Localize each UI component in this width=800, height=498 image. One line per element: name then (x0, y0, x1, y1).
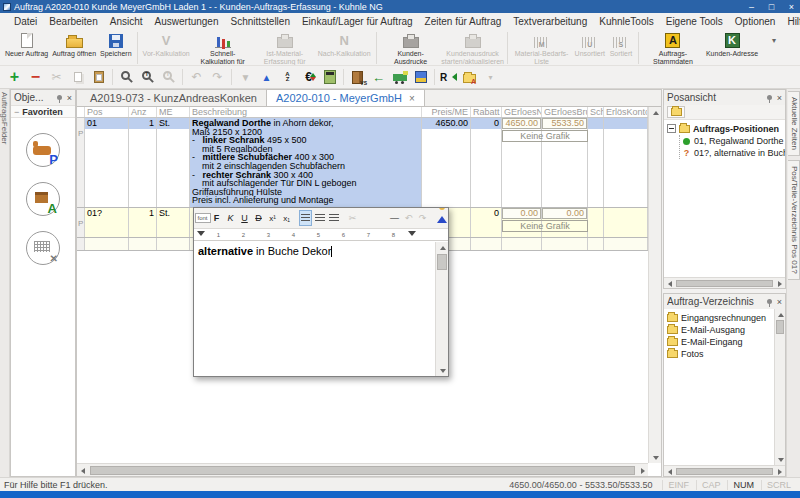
column-header[interactable]: Beschreibung (190, 107, 422, 117)
cell-schl[interactable] (588, 118, 603, 129)
scroll-down-icon[interactable] (650, 452, 661, 463)
kalkulator-button[interactable] (319, 67, 340, 87)
cell-pos[interactable]: 01? (85, 208, 128, 219)
save-button[interactable]: Speichern (98, 31, 134, 59)
verzeichnis-vertical-scrollbar[interactable] (774, 309, 785, 465)
scroll-up-icon[interactable] (437, 242, 448, 253)
folder-item[interactable]: E-Mail-Ausgang (667, 324, 774, 336)
strikethrough-button[interactable]: D (252, 210, 265, 226)
zoom-text-disabled-button[interactable]: T (158, 67, 179, 87)
tab-a2020-010[interactable]: A2020-010 - MeyerGmbH × (266, 89, 425, 106)
menu-item[interactable]: Hilfe (781, 15, 800, 28)
editor-text-area[interactable]: alternative in Buche Dekor (194, 242, 435, 376)
horizontal-line-button[interactable]: — (388, 210, 401, 226)
editor-ruler[interactable]: 12345678 (194, 229, 448, 241)
separator[interactable] (341, 210, 345, 226)
scrollbar-thumb[interactable] (676, 280, 773, 287)
vor-kalkulation-button[interactable]: V Vor-Kalkulation (141, 31, 192, 59)
scrollbar-thumb[interactable] (437, 254, 447, 270)
zoom-button[interactable] (116, 67, 137, 87)
scrollbar-thumb[interactable] (676, 468, 773, 475)
menu-item[interactable]: Optionen (729, 15, 782, 28)
separator[interactable] (376, 32, 377, 64)
scrollbar-thumb[interactable] (90, 466, 635, 475)
align-left-button[interactable] (299, 210, 312, 226)
table-horizontal-scrollbar[interactable] (77, 463, 648, 476)
collapse-icon[interactable]: − (14, 107, 19, 117)
undo-button[interactable]: ↶ (186, 67, 207, 87)
column-header[interactable]: GErloesBrutto (542, 107, 588, 117)
sortiert-button[interactable]: S Sortiert (607, 31, 635, 59)
folder-item[interactable]: Fotos (667, 348, 774, 360)
separator[interactable] (434, 69, 435, 85)
superscript-button[interactable]: x¹ (266, 210, 279, 226)
menu-item[interactable]: Einkauf/Lager für Auftrag (296, 15, 419, 28)
editor-vertical-scrollbar[interactable] (435, 242, 448, 376)
paste-button[interactable] (88, 67, 109, 87)
scroll-right-icon[interactable] (774, 466, 785, 477)
collapse-icon[interactable] (667, 124, 676, 133)
separator[interactable] (112, 69, 113, 85)
cell-rabatt[interactable]: 0 (471, 118, 501, 129)
paste-button[interactable] (374, 210, 387, 226)
favorite-produkt-button[interactable]: P (26, 133, 60, 167)
column-header[interactable]: Pos (85, 107, 129, 117)
scroll-down-icon[interactable] (437, 365, 448, 376)
auftrag-ordner-button[interactable]: A (459, 67, 480, 87)
close-tab-icon[interactable]: × (409, 93, 415, 104)
scroll-down-icon[interactable] (775, 454, 785, 465)
delete-position-button[interactable]: − (25, 67, 46, 87)
menu-item[interactable]: Auswertungen (149, 15, 225, 28)
euro-kalkulation-button[interactable]: € (298, 67, 319, 87)
cut-button[interactable]: ✂ (346, 210, 359, 226)
close-button[interactable]: × (783, 0, 800, 13)
pin-icon[interactable] (767, 95, 772, 100)
column-header[interactable]: ErlösKonto (604, 107, 648, 117)
scroll-left-icon[interactable] (664, 466, 675, 477)
material-bedarfs-liste-button[interactable]: M Material-Bedarfs-Liste (511, 31, 573, 66)
column-header[interactable]: Anz (129, 107, 157, 117)
cell-beschreibung[interactable]: Regalwand Dorthe in Ahorn dekor, Maß 215… (190, 118, 422, 207)
cad-import-button[interactable]: ← (368, 67, 389, 87)
pin-icon[interactable] (767, 299, 772, 304)
textbaustein-button[interactable] (435, 210, 448, 226)
menu-item[interactable]: Textverarbeitung (507, 15, 593, 28)
copy-button[interactable] (360, 210, 373, 226)
menu-item[interactable]: Bearbeiten (43, 15, 103, 28)
scroll-up-icon[interactable] (775, 309, 785, 320)
separator[interactable] (638, 32, 639, 64)
underline-button[interactable]: U (238, 210, 251, 226)
redo-button[interactable]: ↷ (207, 67, 228, 87)
tab-pos-teile-verzeichnis[interactable]: Pos/Teile-Verzeichnis Pos 01? (788, 160, 800, 280)
menu-item[interactable]: Eigene Tools (660, 15, 729, 28)
nach-kalkulation-button[interactable]: N Nach-Kalkulation (316, 31, 373, 59)
cell-erloes-netto[interactable]: 4650.00 (502, 118, 541, 129)
cell-anz[interactable]: 1 (129, 118, 156, 129)
minimize-button[interactable]: – (743, 0, 760, 13)
rueckmeldung-button[interactable]: R (438, 67, 459, 87)
font-select[interactable]: font (196, 210, 209, 226)
scroll-right-icon[interactable] (774, 278, 785, 289)
bold-button[interactable]: F (210, 210, 223, 226)
cell-me[interactable]: St. (157, 118, 189, 129)
schnell-kalkulation-button[interactable]: Schnell-Kalkulation für Position (192, 31, 254, 66)
zoom-text-button[interactable]: T (137, 67, 158, 87)
cell-me[interactable]: St. (157, 208, 189, 219)
ist-material-erfassung-button[interactable]: Ist-Material-Erfassung für Nach-Kalkulat… (254, 31, 316, 66)
separator[interactable] (137, 32, 138, 64)
subscript-button[interactable]: x₁ (280, 210, 293, 226)
auftragsfelder-vertical-tab[interactable]: AuftragsFelder (0, 92, 9, 144)
align-center-button[interactable] (313, 210, 326, 226)
maschine-button[interactable] (410, 67, 431, 87)
scroll-right-icon[interactable] (637, 465, 648, 476)
toolbar-overflow-button[interactable]: ▾ (760, 31, 788, 51)
cell-preis[interactable]: 4650.00 (422, 118, 470, 129)
scroll-up-icon[interactable] (650, 107, 661, 118)
open-order-button[interactable]: Auftrag öffnen (50, 31, 98, 59)
position-down-button[interactable]: ▼ (235, 67, 256, 87)
close-panel-icon[interactable]: × (67, 93, 72, 103)
undo-button[interactable]: ↶ (402, 210, 415, 226)
menu-item[interactable]: Datei (8, 15, 43, 28)
favoriten-header[interactable]: − Favoriten (11, 105, 75, 118)
lieferung-button[interactable] (389, 67, 410, 87)
